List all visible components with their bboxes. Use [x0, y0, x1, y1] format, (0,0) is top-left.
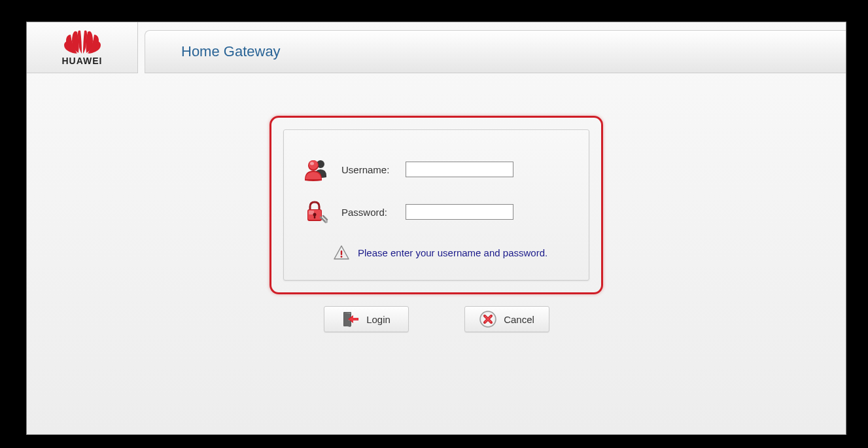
lock-icon	[304, 199, 330, 225]
svg-rect-10	[341, 250, 342, 255]
svg-point-11	[341, 256, 343, 258]
svg-point-9	[325, 220, 328, 223]
cancel-button[interactable]: Cancel	[464, 306, 549, 332]
page-title: Home Gateway	[181, 43, 281, 60]
warning-icon	[333, 245, 350, 260]
username-row: Username:	[304, 156, 569, 182]
content-area: Username:	[27, 73, 846, 332]
login-panel: Username:	[283, 129, 589, 281]
login-icon	[341, 310, 360, 328]
login-button-label: Login	[366, 314, 391, 325]
cancel-button-label: Cancel	[504, 314, 534, 325]
header-bar: HUAWEI Home Gateway	[27, 22, 846, 73]
user-icon	[304, 156, 330, 182]
username-input[interactable]	[406, 162, 513, 177]
password-input[interactable]	[406, 204, 513, 220]
password-label: Password:	[341, 207, 394, 218]
svg-point-2	[309, 160, 318, 169]
svg-rect-8	[314, 215, 315, 218]
hint-message-row: Please enter your username and password.	[333, 245, 569, 260]
svg-point-3	[310, 162, 314, 165]
huawei-logo-icon	[63, 29, 102, 54]
password-row: Password:	[304, 199, 569, 225]
login-panel-highlight: Username:	[269, 116, 603, 294]
button-row: Login Cancel	[27, 306, 846, 332]
cancel-icon	[479, 310, 497, 328]
brand-name: HUAWEI	[62, 56, 103, 66]
username-label: Username:	[341, 164, 394, 175]
login-button[interactable]: Login	[324, 306, 409, 332]
brand-logo-block: HUAWEI	[27, 22, 138, 73]
hint-message-text: Please enter your username and password.	[358, 247, 547, 258]
page-container: HUAWEI Home Gateway	[26, 22, 846, 435]
title-bar: Home Gateway	[145, 30, 846, 73]
